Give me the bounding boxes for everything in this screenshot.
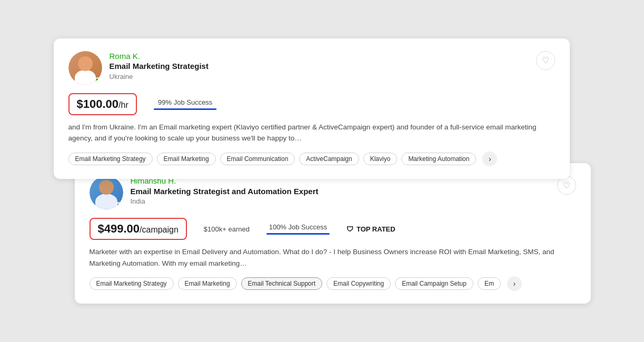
- card-1-price-box: $100.00/hr: [68, 93, 137, 115]
- tag-2-email-marketing[interactable]: Email Marketing: [178, 277, 237, 290]
- tags-more-button-2[interactable]: ›: [507, 276, 522, 291]
- tag-2-email-campaign-setup[interactable]: Email Campaign Setup: [395, 277, 473, 290]
- freelancer-card-2: Himanshu H. Email Marketing Strategist a…: [75, 163, 591, 304]
- card-1-price: $100.00: [77, 97, 119, 110]
- tag-marketing-automation[interactable]: Marketing Automation: [401, 153, 476, 165]
- heart-icon-1: ♡: [542, 55, 549, 65]
- tag-klaviyo[interactable]: Klaviyo: [363, 153, 398, 165]
- shield-icon: 🛡: [346, 225, 353, 233]
- card-2-header: Himanshu H. Email Marketing Strategist a…: [90, 176, 576, 209]
- card-1-job-success-bar: [154, 108, 217, 110]
- card-1-job-success-fill: [154, 108, 216, 110]
- card-1-save-button[interactable]: ♡: [536, 51, 555, 70]
- tag-email-marketing[interactable]: Email Marketing: [157, 153, 216, 165]
- offline-status-indicator: [116, 202, 122, 208]
- avatar-2: [90, 176, 123, 209]
- card-1-tags: Email Marketing Strategy Email Marketing…: [68, 152, 555, 166]
- online-status-indicator: [95, 77, 101, 84]
- tag-email-communication[interactable]: Email Communication: [220, 153, 295, 165]
- card-2-price: $499.00: [98, 222, 140, 235]
- heart-icon-2: ♡: [563, 180, 570, 190]
- card-2-earned: $100k+ earned: [204, 225, 250, 233]
- chevron-right-icon-2: ›: [513, 279, 516, 288]
- top-rated-badge: 🛡 TOP RATED: [346, 225, 395, 233]
- card-1-user-country: Ukraine: [110, 73, 536, 81]
- card-2-stats: $499.00/campaign $100k+ earned 100% Job …: [90, 218, 576, 240]
- top-rated-label: TOP RATED: [356, 225, 395, 233]
- card-2-job-success-fill: [266, 233, 330, 235]
- card-1-job-success: 99% Job Success: [154, 98, 217, 110]
- card-1-stats: $100.00/hr 99% Job Success: [68, 93, 555, 115]
- card-2-user-country: India: [131, 197, 557, 205]
- chevron-right-icon-1: ›: [489, 155, 491, 163]
- tag-2-email-marketing-strategy[interactable]: Email Marketing Strategy: [90, 277, 174, 290]
- freelancer-card-1: Roma K. Email Marketing Strategist Ukrai…: [54, 38, 570, 179]
- card-2-price-unit: /campaign: [140, 225, 179, 234]
- tag-activecampaign[interactable]: ActiveCampaign: [299, 153, 359, 165]
- card-1-header: Roma K. Email Marketing Strategist Ukrai…: [68, 51, 555, 85]
- card-1-user-info: Roma K. Email Marketing Strategist Ukrai…: [110, 51, 536, 81]
- card-1-user-name: Roma K.: [110, 51, 536, 62]
- tag-2-more[interactable]: Em: [478, 277, 501, 290]
- card-1-job-success-label: 99% Job Success: [154, 98, 217, 106]
- avatar-1: [68, 51, 102, 85]
- card-1-description: and I'm from Ukraine. I'm an Email marke…: [68, 122, 555, 144]
- card-2-user-info: Himanshu H. Email Marketing Strategist a…: [131, 176, 557, 205]
- card-2-job-success-label: 100% Job Success: [266, 223, 330, 231]
- tags-more-button-1[interactable]: ›: [482, 152, 497, 166]
- card-1-user-title: Email Marketing Strategist: [110, 61, 536, 72]
- card-2-job-success: 100% Job Success: [266, 223, 330, 235]
- card-2-job-success-bar: [266, 233, 330, 235]
- card-2-description: Marketer with an expertise in Email Deli…: [90, 246, 576, 269]
- tag-email-marketing-strategy[interactable]: Email Marketing Strategy: [68, 153, 153, 165]
- card-2-tags: Email Marketing Strategy Email Marketing…: [90, 276, 576, 291]
- card-2-price-box: $499.00/campaign: [90, 218, 187, 240]
- tag-2-email-copywriting[interactable]: Email Copywriting: [326, 277, 391, 290]
- card-1-price-unit: /hr: [118, 100, 128, 109]
- card-2-user-title: Email Marketing Strategist and Automatio…: [131, 186, 557, 197]
- tag-2-email-technical-support[interactable]: Email Technical Support: [241, 277, 323, 290]
